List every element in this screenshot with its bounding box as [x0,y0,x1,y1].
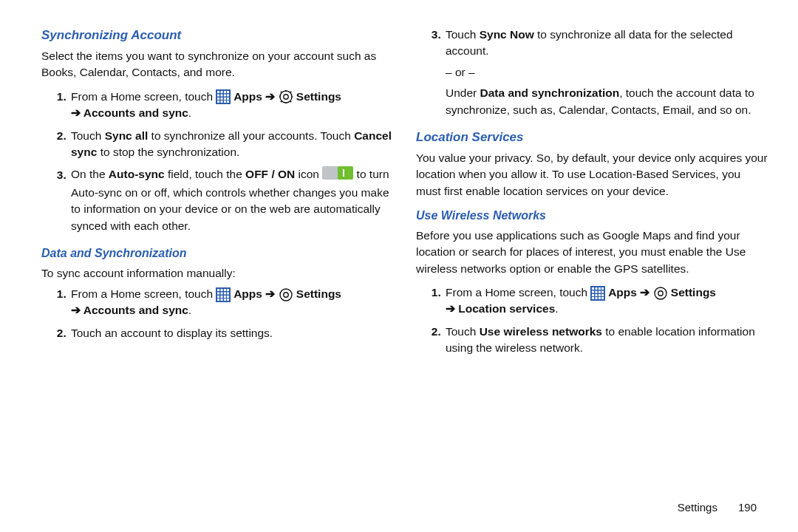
apps-grid-icon [216,287,231,302]
svg-rect-36 [221,299,223,301]
svg-rect-57 [601,297,604,299]
sync-steps: From a Home screen, touch Apps ➔ Setting… [41,89,394,235]
svg-rect-7 [224,95,226,97]
list-item: Touch Sync all to synchronize all your a… [69,128,394,161]
svg-point-58 [655,287,666,299]
or-divider: – or – [446,64,768,81]
off-on-label: OFF / ON [245,168,295,181]
heading-data-sync: Data and Synchronization [41,245,394,262]
apps-label: Apps [231,287,265,300]
right-column: Touch Sync Now to synchronize all data f… [416,27,768,532]
manual-page: Synchronizing Account Select the items y… [0,0,798,532]
accounts-sync-label: Accounts and sync [81,106,188,119]
step-text: On the [71,168,109,181]
page-footer: Settings190 [678,499,757,516]
svg-rect-16 [227,100,229,103]
step-text: From a Home screen, touch [71,90,216,103]
svg-rect-38 [227,299,229,301]
gear-icon [279,287,293,302]
svg-rect-33 [224,296,226,298]
svg-rect-8 [227,95,229,97]
step-text: field, touch the [165,168,245,181]
svg-rect-14 [221,100,223,103]
svg-rect-3 [224,91,226,93]
intro-data-sync: To sync account information manually: [41,265,394,282]
svg-rect-5 [217,95,219,97]
svg-rect-49 [601,290,604,293]
step-text: From a Home screen, touch [71,287,216,300]
svg-rect-35 [217,299,219,301]
svg-rect-2 [221,91,223,93]
period: . [555,302,558,315]
intro-sync-account: Select the items you want to synchronize… [41,48,394,81]
svg-rect-45 [601,287,604,290]
arrow-icon: ➔ [446,302,455,315]
settings-label: Settings [293,287,341,300]
svg-rect-30 [227,292,229,294]
svg-point-18 [283,95,287,99]
svg-rect-21 [343,169,344,177]
heading-location-services: Location Services [416,129,768,147]
svg-rect-46 [592,290,594,293]
svg-rect-23 [217,289,219,291]
wireless-steps: From a Home screen, touch Apps ➔ Setting… [416,284,768,357]
location-services-label: Location services [455,302,555,315]
heading-wireless: Use Wireless Networks [416,207,768,224]
gear-icon [279,89,293,104]
step-text: From a Home screen, touch [446,286,590,299]
sync-all-label: Sync all [105,129,149,142]
apps-label: Apps [605,286,640,299]
svg-rect-24 [221,289,223,291]
svg-rect-12 [227,98,229,100]
svg-rect-48 [598,290,601,293]
period: . [188,304,191,316]
svg-rect-28 [221,292,223,294]
footer-section: Settings [678,501,717,514]
auto-sync-label: Auto-sync [109,168,165,181]
apps-grid-icon [216,89,231,104]
continued-steps: Touch Sync Now to synchronize all data f… [416,27,768,118]
gear-icon [653,286,668,301]
list-item: On the Auto-sync field, touch the OFF / … [69,166,394,234]
step-text: Touch [71,129,105,142]
svg-rect-37 [224,299,226,301]
step-text: Touch [446,28,480,41]
arrow-icon: ➔ [71,106,81,119]
settings-label: Settings [293,90,341,103]
period: . [188,106,191,119]
svg-rect-54 [592,297,594,299]
svg-rect-13 [217,100,219,103]
arrow-icon: ➔ [265,90,275,103]
arrow-icon: ➔ [265,287,275,300]
svg-point-17 [280,91,292,103]
svg-rect-6 [221,95,223,97]
sync-now-label: Sync Now [480,28,534,41]
step-text: to synchronize all your accounts. Touch [148,129,354,142]
intro-wireless: Before you use applications such as Goog… [416,228,768,277]
list-item: Touch Sync Now to synchronize all data f… [444,27,768,118]
svg-rect-1 [217,91,219,93]
svg-rect-31 [217,296,219,298]
svg-rect-4 [227,91,229,93]
heading-sync-account: Synchronizing Account [41,27,394,45]
svg-rect-34 [227,296,229,298]
svg-rect-53 [601,294,604,296]
step-text: Touch [446,325,480,338]
step-text: Touch an account to display its settings… [71,327,273,339]
svg-rect-43 [596,287,598,290]
data-sync-label: Data and synchronization [480,86,620,99]
list-item: From a Home screen, touch Apps ➔ Setting… [444,284,768,318]
svg-point-40 [283,293,287,297]
list-item: Touch an account to display its settings… [69,325,394,341]
svg-rect-11 [224,98,226,100]
svg-rect-47 [596,290,598,293]
list-item: From a Home screen, touch Apps ➔ Setting… [69,286,394,319]
svg-rect-55 [596,297,598,299]
step-text: Under [446,86,480,99]
list-item: Touch Use wireless networks to enable lo… [444,324,768,357]
use-wireless-label: Use wireless networks [480,325,602,338]
svg-rect-56 [598,297,601,299]
svg-rect-29 [224,292,226,294]
arrow-icon: ➔ [640,286,649,299]
svg-rect-9 [217,98,219,100]
